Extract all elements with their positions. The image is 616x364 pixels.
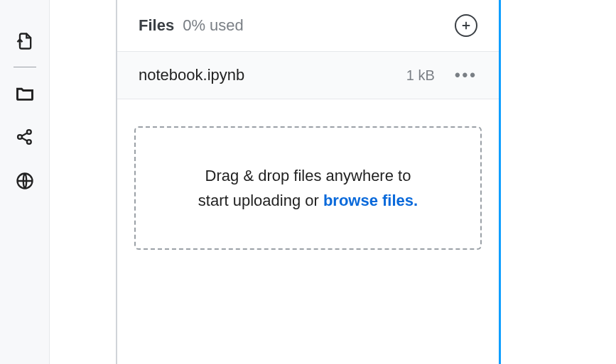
sidebar-rail — [0, 0, 50, 364]
file-size: 1 kB — [406, 67, 435, 84]
svg-point-1 — [26, 130, 31, 134]
spacer-column — [50, 0, 117, 364]
files-panel: Files 0% used notebook.ipynb 1 kB ••• Dr… — [117, 0, 501, 364]
svg-point-0 — [18, 135, 22, 139]
globe-icon[interactable] — [13, 170, 36, 192]
panel-title: Files — [139, 16, 174, 35]
folder-icon[interactable] — [13, 82, 36, 104]
upload-file-icon[interactable] — [13, 30, 36, 53]
content-area — [501, 0, 616, 364]
rail-divider — [13, 67, 36, 67]
share-nodes-icon[interactable] — [13, 126, 36, 148]
files-panel-header: Files 0% used — [117, 0, 499, 52]
file-more-icon[interactable]: ••• — [455, 66, 477, 84]
svg-point-2 — [26, 140, 31, 144]
panel-usage: 0% used — [183, 16, 455, 35]
file-row[interactable]: notebook.ipynb 1 kB ••• — [117, 52, 499, 99]
add-file-button[interactable] — [455, 14, 477, 37]
dropzone-text-2: start uploading or browse files. — [157, 188, 459, 213]
browse-files-link[interactable]: browse files. — [323, 192, 418, 209]
file-name: notebook.ipynb — [139, 66, 406, 84]
dropzone-container: Drag & drop files anywhere to start uplo… — [117, 99, 499, 277]
dropzone-text-1: Drag & drop files anywhere to — [157, 163, 459, 188]
dropzone[interactable]: Drag & drop files anywhere to start uplo… — [134, 126, 482, 250]
